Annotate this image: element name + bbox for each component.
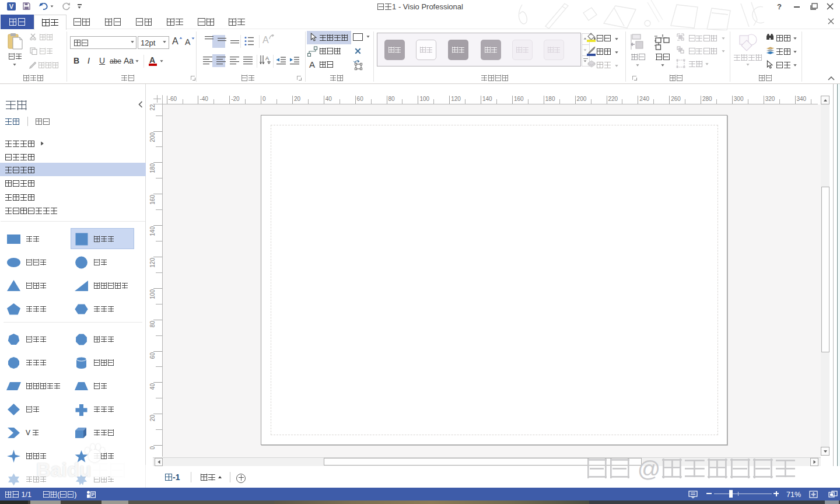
svg-text:A: A (265, 55, 269, 61)
